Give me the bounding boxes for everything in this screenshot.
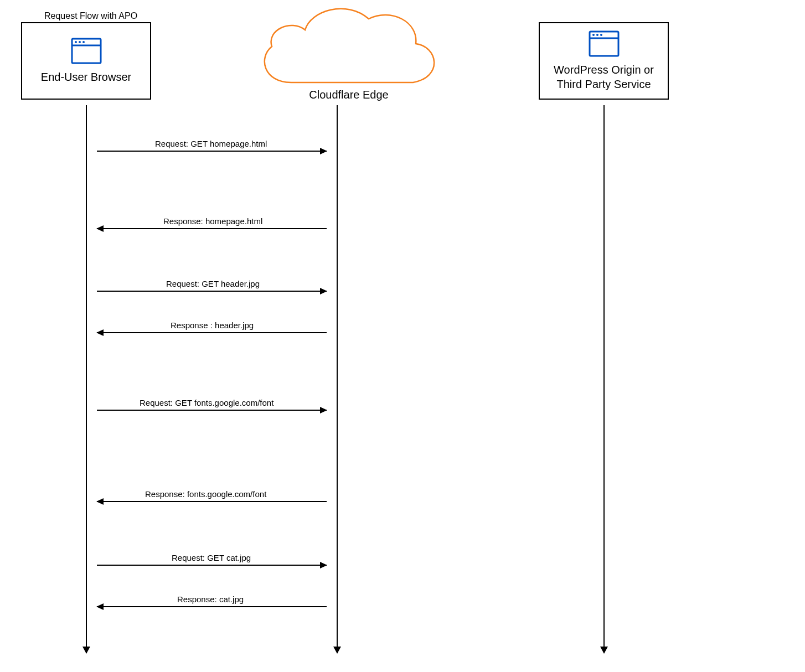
message-label: Request: GET cat.jpg xyxy=(172,553,251,562)
message-label: Response: homepage.html xyxy=(163,216,262,226)
message-label: Response: cat.jpg xyxy=(177,595,244,604)
participant-browser-label: End-User Browser xyxy=(41,70,131,84)
svg-point-3 xyxy=(79,41,81,43)
sequence-diagram: Request Flow with APO End-User Browser C… xyxy=(0,0,805,672)
lifeline-browser xyxy=(86,105,87,653)
browser-icon xyxy=(589,30,620,57)
participant-edge-label: Cloudflare Edge xyxy=(293,89,404,101)
message-arrow xyxy=(97,228,327,229)
message-arrow xyxy=(97,332,327,333)
diagram-title: Request Flow with APO xyxy=(44,11,137,21)
message-arrow xyxy=(97,606,327,607)
participant-origin-label-line1: WordPress Origin or xyxy=(554,64,654,76)
message-label: Response : header.jpg xyxy=(171,321,254,330)
participant-origin: WordPress Origin or Third Party Service xyxy=(539,22,669,100)
svg-point-4 xyxy=(82,41,85,43)
message-arrow xyxy=(97,565,327,566)
message-label: Request: GET homepage.html xyxy=(155,139,267,148)
message-label: Response: fonts.google.com/font xyxy=(145,489,266,499)
browser-icon xyxy=(71,38,102,64)
message-arrow xyxy=(97,410,327,411)
cloud-icon xyxy=(252,2,447,85)
lifeline-origin xyxy=(603,105,605,653)
message-label: Request: GET fonts.google.com/font xyxy=(140,398,274,407)
message-arrow xyxy=(97,291,327,292)
lifeline-edge xyxy=(337,105,338,653)
participant-browser: End-User Browser xyxy=(21,22,151,100)
participant-origin-label-line2: Third Party Service xyxy=(556,78,651,90)
svg-point-8 xyxy=(596,34,598,36)
svg-point-9 xyxy=(600,34,602,36)
message-arrow xyxy=(97,501,327,502)
message-label: Request: GET header.jpg xyxy=(166,279,260,288)
message-arrow xyxy=(97,151,327,152)
svg-point-7 xyxy=(592,34,595,36)
participant-origin-label: WordPress Origin or Third Party Service xyxy=(554,63,654,91)
svg-point-2 xyxy=(75,41,77,43)
